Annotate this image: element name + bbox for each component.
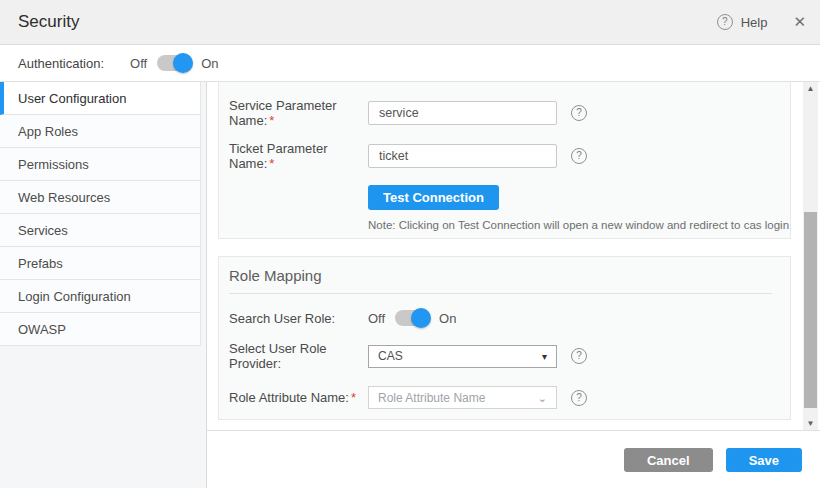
authentication-off-label: Off (130, 56, 147, 71)
save-button[interactable]: Save (726, 448, 802, 472)
role-provider-value: CAS (378, 349, 403, 363)
role-attribute-combobox[interactable]: Role Attribute Name ⌄ (368, 386, 557, 409)
caret-down-icon: ▾ (542, 351, 547, 362)
role-mapping-divider (229, 293, 772, 294)
authentication-label: Authentication: (18, 56, 104, 71)
help-icon[interactable]: ? (717, 14, 733, 30)
service-parameter-label: Service Parameter Name:* (229, 98, 368, 128)
content-panel: Service Parameter Name:* ? Ticket Parame… (207, 82, 820, 488)
sidebar-item-services[interactable]: Services (0, 214, 201, 247)
sidebar-item-web-resources[interactable]: Web Resources (0, 181, 201, 214)
vertical-scrollbar[interactable]: ▲ ▼ (803, 82, 818, 430)
role-attribute-placeholder: Role Attribute Name (378, 391, 485, 405)
required-marker: * (269, 113, 274, 128)
ticket-parameter-input[interactable] (368, 144, 557, 168)
sidebar-item-permissions[interactable]: Permissions (0, 148, 201, 181)
header-actions: ? Help ✕ (717, 13, 806, 31)
cancel-button[interactable]: Cancel (624, 448, 713, 472)
role-provider-select[interactable]: CAS ▾ (368, 345, 557, 368)
role-attribute-row: Role Attribute Name:* Role Attribute Nam… (219, 386, 790, 409)
connection-settings-card: Service Parameter Name:* ? Ticket Parame… (218, 82, 791, 239)
sidebar-item-owasp[interactable]: OWASP (0, 313, 201, 346)
role-attribute-help-icon[interactable]: ? (571, 390, 587, 406)
role-mapping-card: Role Mapping Search User Role: Off On Se… (218, 256, 791, 420)
toggle-knob (411, 308, 431, 328)
settings-sidebar: User Configuration App Roles Permissions… (0, 82, 207, 488)
dialog-footer: Cancel Save (207, 431, 820, 488)
sidebar-item-app-roles[interactable]: App Roles (0, 115, 201, 148)
sidebar-item-user-configuration[interactable]: User Configuration (0, 82, 201, 115)
search-user-role-on-label: On (439, 311, 456, 326)
role-provider-help-icon[interactable]: ? (571, 348, 587, 364)
required-marker: * (269, 156, 274, 171)
scroll-down-icon[interactable]: ▼ (803, 419, 818, 428)
search-user-role-label: Search User Role: (229, 311, 368, 326)
test-connection-button[interactable]: Test Connection (368, 185, 499, 210)
service-parameter-help-icon[interactable]: ? (571, 105, 587, 121)
scroll-up-icon[interactable]: ▲ (803, 84, 818, 93)
role-attribute-label: Role Attribute Name:* (229, 390, 368, 405)
page-title: Security (18, 12, 79, 32)
authentication-toggle[interactable] (157, 55, 191, 71)
toggle-knob (173, 53, 193, 73)
main-area: User Configuration App Roles Permissions… (0, 82, 820, 488)
service-parameter-row: Service Parameter Name:* ? (219, 98, 790, 128)
ticket-parameter-label: Ticket Parameter Name:* (229, 141, 368, 171)
chevron-down-icon: ⌄ (538, 393, 547, 403)
form-scroll-area: Service Parameter Name:* ? Ticket Parame… (207, 82, 820, 431)
ticket-parameter-help-icon[interactable]: ? (571, 148, 587, 164)
sidebar-item-login-configuration[interactable]: Login Configuration (0, 280, 201, 313)
scrollbar-thumb[interactable] (804, 212, 817, 408)
close-icon[interactable]: ✕ (793, 13, 806, 31)
search-user-role-toggle[interactable] (395, 310, 429, 326)
role-mapping-title: Role Mapping (219, 257, 790, 284)
role-provider-row: Select User Role Provider: CAS ▾ ? (219, 341, 790, 371)
dialog-header: Security ? Help ✕ (0, 0, 820, 45)
help-link[interactable]: Help (741, 15, 768, 30)
service-parameter-input[interactable] (368, 101, 557, 125)
sidebar-item-prefabs[interactable]: Prefabs (0, 247, 201, 280)
ticket-parameter-row: Ticket Parameter Name:* ? (219, 141, 790, 171)
required-marker: * (351, 390, 356, 405)
search-user-role-row: Search User Role: Off On (219, 310, 790, 326)
authentication-bar: Authentication: Off On (0, 45, 820, 82)
security-dialog: Security ? Help ✕ Authentication: Off On… (0, 0, 820, 488)
authentication-on-label: On (201, 56, 218, 71)
search-user-role-off-label: Off (368, 311, 385, 326)
test-connection-note: Note: Clicking on Test Connection will o… (368, 219, 790, 231)
role-provider-label: Select User Role Provider: (229, 341, 368, 371)
